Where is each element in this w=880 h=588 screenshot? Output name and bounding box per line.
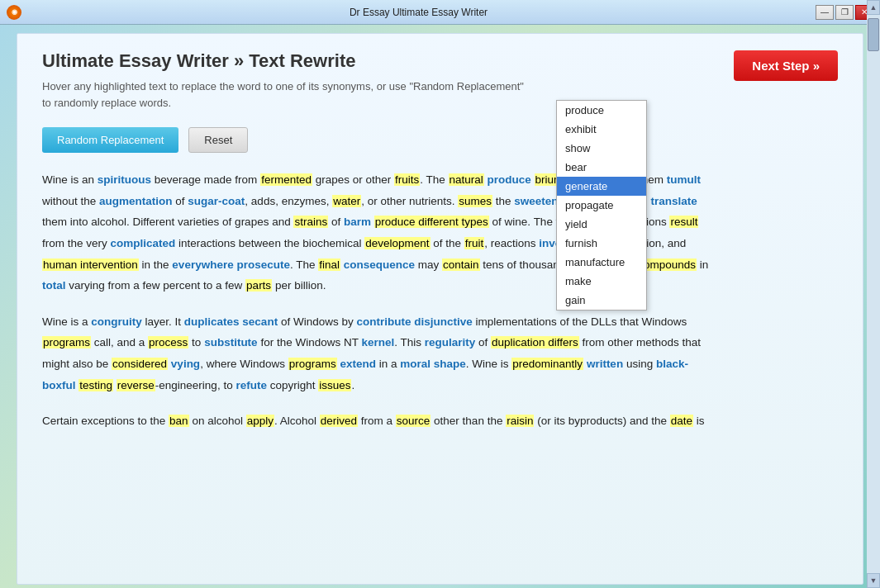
word-kernel[interactable]: kernel bbox=[361, 336, 394, 349]
word-issues[interactable]: issues bbox=[318, 379, 351, 391]
word-programs2[interactable]: programs bbox=[288, 358, 337, 370]
word-sweeten[interactable]: sweeten bbox=[514, 195, 558, 207]
word-considered[interactable]: considered bbox=[112, 358, 168, 370]
word-source[interactable]: source bbox=[396, 415, 431, 427]
word-extend[interactable]: extend bbox=[340, 358, 376, 370]
word-moral-shape[interactable]: moral shape bbox=[400, 358, 466, 370]
app-logo: ◉ bbox=[7, 5, 21, 20]
word-total[interactable]: total bbox=[42, 279, 66, 292]
word-congruity[interactable]: congruity bbox=[91, 315, 142, 328]
scroll-thumb[interactable] bbox=[868, 18, 879, 51]
dropdown-item-furnish[interactable]: furnish bbox=[557, 234, 646, 253]
dropdown-item-gain[interactable]: gain bbox=[557, 291, 646, 310]
word-water[interactable]: water bbox=[332, 195, 361, 207]
word-development[interactable]: development bbox=[364, 237, 430, 249]
dropdown-item-generate[interactable]: generate bbox=[557, 177, 646, 196]
word-substitute[interactable]: substitute bbox=[204, 336, 258, 349]
word-regularity[interactable]: regularity bbox=[425, 336, 476, 349]
dropdown-item-produce[interactable]: produce bbox=[557, 101, 646, 120]
word-tumult[interactable]: tumult bbox=[667, 173, 701, 186]
word-reverse[interactable]: reverse bbox=[117, 379, 155, 391]
scroll-down-button[interactable]: ▼ bbox=[867, 573, 880, 588]
word-barm[interactable]: barm bbox=[344, 216, 371, 228]
word-augmentation[interactable]: augmentation bbox=[99, 195, 173, 207]
dropdown-item-make[interactable]: make bbox=[557, 272, 646, 291]
word-consumes[interactable]: sumes bbox=[458, 195, 492, 207]
word-everywhere[interactable]: everywhere prosecute bbox=[172, 258, 290, 271]
dropdown-item-bear[interactable]: bear bbox=[557, 158, 646, 177]
main-container: Ultimate Essay Writer » Text Rewrite Hov… bbox=[17, 33, 863, 585]
title-bar: ◉ Dr Essay Ultimate Essay Writer — ❐ ✕ bbox=[0, 0, 880, 25]
restore-button[interactable]: ❐ bbox=[835, 5, 854, 20]
word-testing[interactable]: testing bbox=[78, 379, 113, 391]
word-produce[interactable]: produce bbox=[488, 173, 531, 186]
toolbar-row: Random Replacement Reset bbox=[42, 127, 838, 153]
window-title: Dr Essay Ultimate Essay Writer bbox=[21, 7, 816, 18]
reset-button[interactable]: Reset bbox=[188, 127, 248, 153]
word-final[interactable]: final bbox=[318, 258, 340, 271]
word-date[interactable]: date bbox=[670, 415, 693, 427]
dropdown-item-exhibit[interactable]: exhibit bbox=[557, 120, 646, 139]
word-raisin[interactable]: raisin bbox=[506, 415, 534, 427]
word-predominantly[interactable]: predominantly bbox=[511, 358, 583, 370]
word-parts[interactable]: parts bbox=[245, 279, 272, 292]
word-natural[interactable]: natural bbox=[449, 173, 484, 186]
paragraph-2: Wine is a congruity layer. It duplicates… bbox=[42, 311, 720, 396]
word-programs[interactable]: programs bbox=[42, 336, 91, 349]
page-title: Ultimate Essay Writer » Text Rewrite bbox=[42, 50, 838, 72]
word-duplicates-secant[interactable]: duplicates secant bbox=[184, 315, 278, 328]
synonym-dropdown[interactable]: produce exhibit show bear generate propa… bbox=[556, 100, 647, 311]
dropdown-item-yield[interactable]: yield bbox=[557, 215, 646, 234]
word-process[interactable]: process bbox=[148, 336, 188, 349]
dropdown-item-manufacture[interactable]: manufacture bbox=[557, 253, 646, 272]
word-apply[interactable]: apply bbox=[246, 415, 274, 427]
word-strains[interactable]: strains bbox=[293, 216, 328, 228]
random-replacement-button[interactable]: Random Replacement bbox=[42, 127, 178, 153]
word-vying[interactable]: vying bbox=[171, 358, 200, 370]
word-fruit[interactable]: fruit bbox=[464, 237, 485, 249]
word-derived[interactable]: derived bbox=[320, 415, 358, 427]
word-fermented[interactable]: fermented bbox=[260, 173, 312, 186]
word-produce-diff[interactable]: produce different types bbox=[374, 216, 489, 228]
word-ban[interactable]: ban bbox=[169, 415, 189, 427]
window-controls: — ❐ ✕ bbox=[816, 5, 873, 20]
word-duplication-differs[interactable]: duplication differs bbox=[491, 336, 579, 349]
word-human-intervention[interactable]: human intervention bbox=[42, 258, 139, 271]
word-translate[interactable]: translate bbox=[650, 195, 697, 207]
word-refute[interactable]: refute bbox=[235, 379, 267, 391]
scrollbar: ▲ ▼ bbox=[867, 0, 880, 588]
dropdown-item-show[interactable]: show bbox=[557, 139, 646, 158]
word-consequence[interactable]: consequence bbox=[344, 258, 415, 271]
word-contain[interactable]: contain bbox=[442, 258, 480, 271]
subtitle: Hover any highlighted text to replace th… bbox=[42, 78, 838, 111]
word-spirituous[interactable]: spirituous bbox=[98, 173, 151, 186]
word-result[interactable]: result bbox=[669, 216, 698, 228]
minimize-button[interactable]: — bbox=[816, 5, 834, 20]
scroll-up-button[interactable]: ▲ bbox=[867, 0, 880, 15]
dropdown-item-propagate[interactable]: propagate bbox=[557, 196, 646, 215]
word-fruits[interactable]: fruits bbox=[394, 173, 420, 186]
paragraph-3: Certain exceptions to the ban on alcohol… bbox=[42, 410, 720, 432]
word-contribute-disjunctive[interactable]: contribute disjunctive bbox=[356, 315, 472, 328]
next-step-button[interactable]: Next Step » bbox=[734, 50, 838, 81]
word-complicated[interactable]: complicated bbox=[111, 237, 176, 249]
word-sugar-coat[interactable]: sugar-coat bbox=[188, 195, 245, 207]
word-written[interactable]: written bbox=[587, 358, 623, 370]
